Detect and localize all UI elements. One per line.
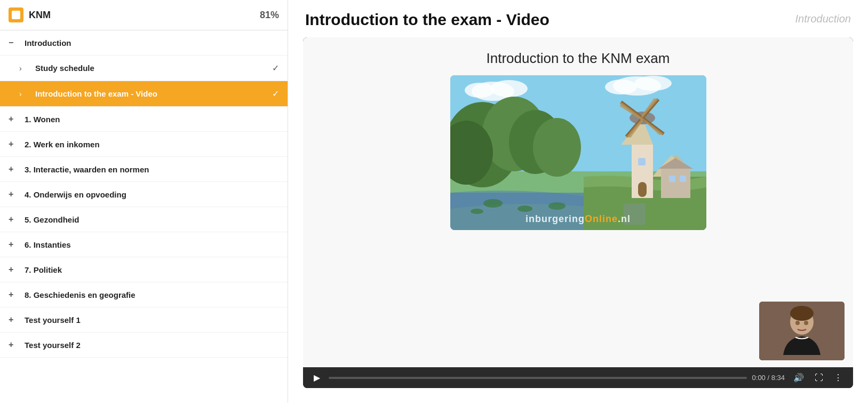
sidebar-item-geschiedenis[interactable]: + 8. Geschiedenis en geografie <box>0 282 288 307</box>
svg-rect-30 <box>680 176 686 182</box>
svg-point-32 <box>517 206 532 212</box>
svg-point-5 <box>634 76 672 91</box>
page-title: Introduction to the exam - Video <box>305 11 550 29</box>
svg-point-39 <box>795 321 800 325</box>
plus-icon: + <box>9 164 19 174</box>
controls-right: 🔊 ⛶ ⋮ <box>790 372 846 384</box>
svg-rect-29 <box>669 176 675 182</box>
sidebar-item-wonen[interactable]: + 1. Wonen <box>0 107 288 132</box>
main-header: Introduction to the exam - Video Introdu… <box>288 0 868 37</box>
sidebar-item-label: 2. Werk en inkomen <box>25 140 279 149</box>
sidebar-header: KNM 81% <box>0 0 288 30</box>
svg-rect-27 <box>661 169 690 198</box>
sidebar-item-politiek[interactable]: + 7. Politiek <box>0 257 288 282</box>
check-icon: ✓ <box>272 89 279 99</box>
svg-point-40 <box>804 321 808 325</box>
svg-point-34 <box>471 209 483 214</box>
sidebar-header-left: KNM <box>9 7 51 22</box>
sidebar-item-label: 8. Geschiedenis en geografie <box>25 290 279 299</box>
sidebar-item-interactie[interactable]: + 3. Interactie, waarden en normen <box>0 157 288 182</box>
check-icon: ✓ <box>272 63 279 73</box>
breadcrumb: Introduction <box>795 11 851 25</box>
plus-icon: + <box>9 215 19 224</box>
plus-icon: + <box>9 265 19 274</box>
time-display: 0:00 / 8:34 <box>752 374 785 382</box>
sidebar-item-label: 7. Politiek <box>25 265 279 274</box>
sidebar-item-instanties[interactable]: + 6. Instanties <box>0 232 288 257</box>
sidebar-item-label: 5. Gezondheid <box>25 215 279 224</box>
plus-icon: + <box>9 114 19 124</box>
svg-point-2 <box>490 80 528 97</box>
sidebar-item-label: 1. Wonen <box>25 115 279 124</box>
chevron-right-icon: › <box>19 64 30 73</box>
plus-icon: + <box>9 189 19 199</box>
sidebar-item-label: Test yourself 1 <box>25 315 279 325</box>
volume-button[interactable]: 🔊 <box>790 372 807 384</box>
sidebar-item-label: Introduction <box>25 38 279 48</box>
sidebar-item-label: Study schedule <box>35 64 272 73</box>
progress-bar[interactable] <box>329 377 747 379</box>
svg-point-3 <box>465 83 495 98</box>
video-title: Introduction to the KNM exam <box>487 37 670 75</box>
video-controls: ▶ 0:00 / 8:34 🔊 ⛶ ⋮ <box>303 367 853 388</box>
sidebar-item-test1[interactable]: + Test yourself 1 <box>0 307 288 333</box>
sidebar-item-introduction[interactable]: − Introduction <box>0 30 288 56</box>
plus-icon: + <box>9 139 19 149</box>
sidebar: KNM 81% − Introduction › Study schedule … <box>0 0 288 403</box>
sidebar-item-test2[interactable]: + Test yourself 2 <box>0 333 288 358</box>
video-thumbnail[interactable]: inburgeringOnline.nl <box>450 75 706 230</box>
sidebar-item-intro-video[interactable]: › Introduction to the exam - Video ✓ <box>0 81 288 107</box>
svg-point-31 <box>483 199 503 208</box>
video-watermark: inburgeringOnline.nl <box>525 214 631 225</box>
knm-logo-icon <box>9 7 23 22</box>
svg-point-6 <box>605 80 637 94</box>
main-content: Introduction to the exam - Video Introdu… <box>288 0 868 403</box>
chevron-right-icon: › <box>19 90 30 98</box>
pip-person <box>759 302 845 360</box>
svg-rect-16 <box>638 182 647 197</box>
svg-point-33 <box>548 202 566 210</box>
svg-point-38 <box>790 306 814 321</box>
fullscreen-button[interactable]: ⛶ <box>811 372 826 384</box>
sidebar-item-label: 4. Onderwijs en opvoeding <box>25 190 279 199</box>
sidebar-item-label: Test yourself 2 <box>25 341 279 350</box>
sidebar-item-onderwijs[interactable]: + 4. Onderwijs en opvoeding <box>0 182 288 207</box>
video-container: Introduction to the KNM exam <box>303 37 853 388</box>
sidebar-item-werk[interactable]: + 2. Werk en inkomen <box>0 132 288 157</box>
plus-icon: + <box>9 290 19 299</box>
sidebar-item-study-schedule[interactable]: › Study schedule ✓ <box>0 56 288 81</box>
sidebar-item-label: 6. Instanties <box>25 240 279 249</box>
svg-point-11 <box>533 118 581 177</box>
sidebar-item-label: Introduction to the exam - Video <box>35 89 272 98</box>
minus-icon: − <box>9 38 19 48</box>
pip-video <box>759 302 845 360</box>
plus-icon: + <box>9 315 19 325</box>
more-options-button[interactable]: ⋮ <box>831 372 846 384</box>
sidebar-progress: 81% <box>260 10 279 21</box>
sidebar-item-gezondheid[interactable]: + 5. Gezondheid <box>0 207 288 232</box>
play-button[interactable]: ▶ <box>310 372 323 384</box>
sidebar-item-label: 3. Interactie, waarden en normen <box>25 165 279 174</box>
plus-icon: + <box>9 240 19 249</box>
svg-rect-17 <box>638 158 646 165</box>
sidebar-title: KNM <box>29 10 51 21</box>
plus-icon: + <box>9 340 19 350</box>
